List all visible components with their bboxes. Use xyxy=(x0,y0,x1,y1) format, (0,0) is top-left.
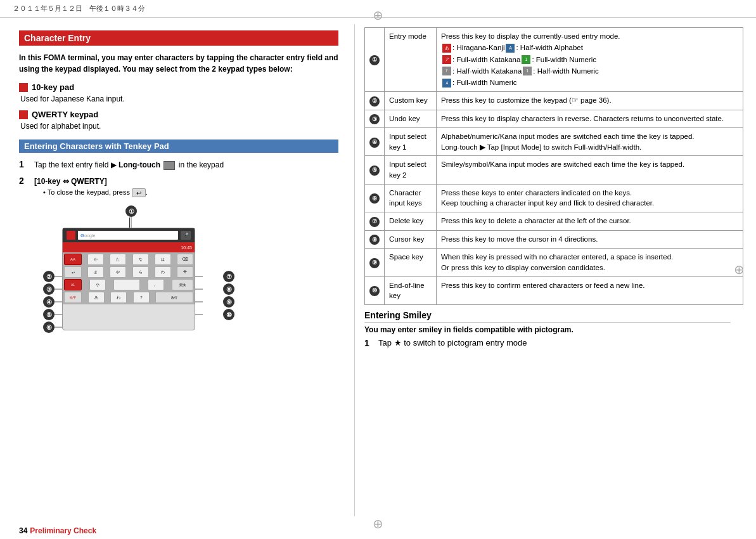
step-2: 2 [10-key ⇔ QWERTY] • To close the keypa… xyxy=(19,176,338,197)
kb-key-kanji: 改行 xyxy=(155,292,193,303)
callout-2: ② xyxy=(43,271,54,282)
table-row-9-label: Space key xyxy=(385,249,437,276)
header-date: ２０１１年５月１２日 午後１０時３４分 xyxy=(13,4,145,12)
content-area: Character Entry In this FOMA terminal, y… xyxy=(0,18,756,523)
kb-key-input1: A1 xyxy=(64,279,82,290)
subsection-10key-header: 10-key pad xyxy=(19,82,338,92)
circle-5: ⑤ xyxy=(369,166,380,176)
table-row-6: ⑥ Character input keys Press these keys … xyxy=(365,184,743,212)
callout-9: ⑨ xyxy=(223,296,234,308)
table-row-8-label: Cursor key xyxy=(385,230,437,249)
circle-6: ⑥ xyxy=(369,193,380,204)
step-2-num: 2 xyxy=(19,176,32,186)
callout-5: ⑤ xyxy=(43,309,54,320)
table-row-8-num: ⑧ xyxy=(365,230,385,249)
callout-3: ③ xyxy=(43,283,54,295)
page-number: 34 xyxy=(19,526,27,535)
kb-key-space xyxy=(113,279,140,290)
red-square-icon-2 xyxy=(19,110,28,119)
entering-chars-title: Entering Characters with Tenkey Pad xyxy=(19,140,338,153)
table-row-4-desc: Alphabet/numeric/Kana input modes are sw… xyxy=(437,128,743,156)
circle-4: ④ xyxy=(369,138,380,148)
subsection-10key-desc: Used for Japanese Kana input. xyxy=(20,94,338,103)
table-row-2-label: Custom key xyxy=(385,92,437,110)
right-column: ① Entry mode Press this key to display t… xyxy=(355,24,756,516)
kb-key-ma: ま xyxy=(87,266,104,278)
table-row-7-num: ⑦ xyxy=(365,212,385,231)
kb-key-enter: 変換 xyxy=(172,279,193,290)
table-row-4: ④ Input select key 1 Alphabet/numeric/Ka… xyxy=(365,128,743,156)
kb-time-text: 10:45 xyxy=(181,245,192,250)
kb-key-wa: わ xyxy=(155,266,171,278)
table-row-8-desc: Press this key to move the cursor in 4 d… xyxy=(437,230,743,249)
kb-icon-red xyxy=(67,231,75,240)
crosshair-top: ⊕ xyxy=(373,8,383,23)
circle-10: ⑩ xyxy=(369,286,380,296)
table-row-7: ⑦ Delete key Press this key to delete a … xyxy=(365,212,743,231)
kb-key-q: ？ xyxy=(133,292,150,303)
kb-key-ka: か xyxy=(87,254,104,265)
table-row-6-desc: Press these keys to enter characters ind… xyxy=(437,184,743,212)
table-row-4-num: ④ xyxy=(365,128,385,156)
page-label: Preliminary Check xyxy=(30,526,96,535)
smiley-desc: You may enter smiley in fields compatibl… xyxy=(364,325,731,334)
crosshair-right: ⊕ xyxy=(734,262,745,277)
callout-6: ⑥ xyxy=(43,321,54,333)
step-1-text: Tap the text entry field ▶ Long-touch in… xyxy=(34,159,224,171)
table-row-2-num: ② xyxy=(365,92,385,110)
table-row-2: ② Custom key Press this key to customize… xyxy=(365,92,743,110)
circle-8: ⑧ xyxy=(369,235,380,245)
table-row-10-num: ⑩ xyxy=(365,276,385,304)
callout-7: ⑦ xyxy=(223,271,234,282)
kb-row-3: A1 小 。 変換 xyxy=(64,279,193,290)
step-1-num: 1 xyxy=(19,159,32,169)
page-container: ２０１１年５月１２日 午後１０時３４分 ⊕ Character Entry In… xyxy=(0,0,756,539)
table-row-2-desc: Press this key to customize the keypad (… xyxy=(437,92,743,110)
kb-key-cursor: ✛ xyxy=(177,266,193,278)
icon-fullwidth-kata: ア xyxy=(442,55,451,64)
circle-1: ① xyxy=(369,55,380,65)
icon-alphabet: A xyxy=(506,44,515,53)
callout-4: ④ xyxy=(43,296,54,308)
icon-halfwidth-kata: ｱ xyxy=(442,67,451,75)
table-row-3: ③ Undo key Press this key to display cha… xyxy=(365,110,743,128)
subsection-qwerty-label: QWERTY keypad xyxy=(32,110,98,119)
table-row-10: ⑩ End-of-line key Press this key to conf… xyxy=(365,276,743,304)
circle-7: ⑦ xyxy=(369,217,380,227)
table-row-5: ⑤ Input select key 2 Smiley/symbol/Kana … xyxy=(365,156,743,184)
circle-3: ③ xyxy=(369,114,380,124)
table-row-3-num: ③ xyxy=(365,110,385,128)
table-row-1: ① Entry mode Press this key to display t… xyxy=(365,28,743,92)
kb-google-bar: Google xyxy=(78,231,178,240)
keyboard-diagram: ① Google 🎤 10:45 xyxy=(32,202,234,348)
smiley-section: Entering Smiley You may enter smiley in … xyxy=(364,305,743,351)
kb-key-del: ⌫ xyxy=(177,254,193,265)
kb-key-ha: は xyxy=(155,254,171,265)
icon-hiragana: あ xyxy=(442,44,451,53)
table-row-9: ⑨ Space key When this key is pressed wit… xyxy=(365,249,743,276)
table-row-8: ⑧ Cursor key Press this key to move the … xyxy=(365,230,743,249)
callout-8: ⑧ xyxy=(223,283,234,295)
table-row-6-label: Character input keys xyxy=(385,184,437,212)
smiley-step-1-num: 1 xyxy=(364,338,375,348)
callout-1: ① xyxy=(125,205,137,217)
subsection-qwerty-desc: Used for alphabet input. xyxy=(20,122,338,131)
kb-key-ya: や xyxy=(110,266,126,278)
red-square-icon xyxy=(19,83,28,92)
table-row-9-desc: When this key is pressed with no charact… xyxy=(437,249,743,276)
kb-top-bar: Google 🎤 xyxy=(63,228,195,242)
kb-google-rest: oogle xyxy=(84,233,95,238)
kb-key-wa2: わ xyxy=(110,292,127,303)
step-2-content: [10-key ⇔ QWERTY] • To close the keypad,… xyxy=(34,176,148,197)
keyboard-mock: Google 🎤 10:45 AA か た xyxy=(62,228,195,330)
icon-fullwidth-num: 1 xyxy=(522,55,530,64)
circle-2: ② xyxy=(369,96,380,107)
smiley-step-1-text: Tap ★ to switch to pictogram entry mode xyxy=(378,338,527,347)
info-table: ① Entry mode Press this key to display t… xyxy=(364,27,743,305)
kb-key-punct: 。 xyxy=(148,279,164,290)
subsection-qwerty-header: QWERTY keypad xyxy=(19,110,338,119)
kb-key-undo: ↩ xyxy=(64,266,82,278)
table-row-1-num: ① xyxy=(365,28,385,92)
intro-text: In this FOMA terminal, you may enter cha… xyxy=(19,52,338,75)
crosshair-bottom: ⊕ xyxy=(373,516,383,531)
